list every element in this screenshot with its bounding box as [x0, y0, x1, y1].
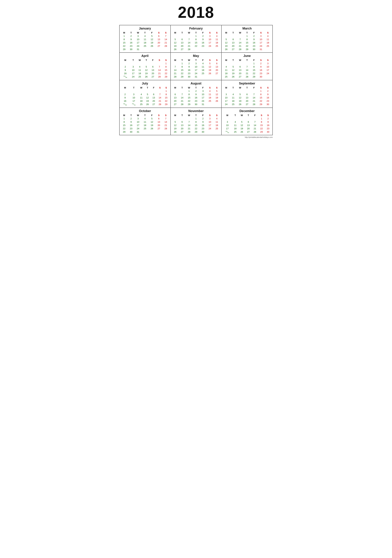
calendar-day: 20 [155, 41, 162, 44]
calendar-day: 24 [135, 44, 142, 48]
calendar-day: 2 [128, 34, 135, 38]
day-header: S [157, 86, 163, 89]
calendar-day: 5 [148, 117, 155, 120]
month-block-march: MarchMTWTFSS1234567891011121314151617181… [222, 25, 273, 53]
calendar-day: 15 [179, 69, 186, 72]
calendar-day: 1 [251, 62, 257, 65]
calendar-day: 16 [251, 41, 257, 44]
calendar-day: 27 [237, 75, 244, 78]
calendar-day: 15 [193, 41, 199, 44]
calendar-day: 4 [213, 34, 220, 38]
calendar-day: 19 [223, 44, 230, 48]
calendar-day: 22 [121, 44, 128, 48]
calendar-day: 23 [128, 127, 135, 130]
calendar-day: 10 [264, 65, 271, 69]
calendar-day: 27 [179, 130, 186, 133]
calendar-day [179, 89, 186, 93]
calendar-day: 23 [199, 127, 206, 130]
calendar-day: 29 [163, 75, 169, 78]
calendar-day: 7 [156, 65, 163, 69]
calendar-day: 8 [163, 93, 169, 96]
calendar-day: 6 [245, 120, 252, 123]
calendar-day: 8 [193, 38, 199, 41]
day-header: T [179, 86, 186, 89]
calendar-day: 4 [141, 117, 148, 120]
calendar-day: 14 [186, 41, 193, 44]
calendar-day: 10 [199, 93, 206, 96]
calendar-day: 13 [245, 123, 252, 127]
calendar-day: 19 [143, 72, 150, 75]
calendar-day [121, 89, 129, 93]
day-header: S [264, 59, 271, 62]
calendar-day [239, 117, 245, 120]
calendar-day [172, 34, 179, 38]
calendar-day: 18 [230, 99, 237, 103]
calendar-day: 25 [213, 127, 220, 130]
calendar-day: 26 [144, 103, 151, 106]
calendar-day: 5 [144, 93, 151, 96]
calendar-day: 18 [206, 96, 213, 99]
calendar-day: 5 [230, 65, 237, 69]
calendar-day [251, 89, 257, 93]
calendar-day: 18 [264, 41, 271, 44]
calendar-day: 14 [172, 69, 179, 72]
day-header: F [251, 86, 257, 89]
day-header: T [230, 31, 237, 34]
calendar-day: 29 [163, 103, 169, 106]
calendar-day: 9 [186, 65, 193, 69]
calendar-day: 14 [244, 69, 251, 72]
day-header: M [121, 114, 128, 117]
calendar-day: 30 [264, 103, 271, 106]
calendar-day: 19 [206, 69, 213, 72]
calendar-day [138, 89, 144, 93]
calendar-day: 11 [213, 120, 220, 123]
calendar-day: 8 [251, 65, 257, 69]
day-header: T [244, 31, 251, 34]
calendar-day: 8 [244, 38, 251, 41]
calendar-day [252, 117, 258, 120]
day-header: T [193, 86, 199, 89]
calendar-day: 20 [230, 44, 237, 48]
calendar-day: 13 [237, 69, 244, 72]
calendar-day: 1 [179, 62, 186, 65]
calendar-day [179, 117, 186, 120]
calendar-day: 24 [135, 127, 142, 130]
calendar-day: 28 [251, 103, 257, 106]
day-header: S [213, 86, 220, 89]
day-header: T [129, 86, 138, 89]
calendar-day: 30 [193, 103, 199, 106]
calendar-day [141, 130, 148, 133]
day-header: M [172, 86, 179, 89]
calendar-day: 9 [193, 93, 199, 96]
calendar-day: 20 [179, 127, 186, 130]
calendar-day: 5 [143, 65, 150, 69]
calendar-day: 20 [237, 72, 244, 75]
calendar-day: 27 [172, 103, 179, 106]
calendar-day: 26 [239, 130, 245, 134]
calendar-day: 19 [213, 96, 220, 99]
day-header: S [163, 59, 169, 62]
day-header: S [206, 31, 213, 34]
calendar-day: 5 [237, 93, 244, 96]
calendar-day: 2 [128, 117, 135, 120]
calendar-day: 10 [223, 96, 230, 99]
day-header: S [213, 31, 220, 34]
calendar-day: 24 [264, 72, 271, 75]
calendar-day [206, 75, 213, 78]
calendar-day: 15 [163, 69, 169, 72]
calendar-day: 15 [186, 96, 193, 99]
day-header: W [136, 59, 143, 62]
calendar-day: 5 [223, 38, 230, 41]
month-name: April [121, 53, 169, 59]
calendar-day: 11 [213, 38, 220, 41]
calendar-day: 25 [264, 44, 271, 48]
calendar-day [144, 89, 151, 93]
calendar-day: 14 [237, 41, 244, 44]
calendar-day: 12 [144, 96, 151, 99]
day-header: M [172, 59, 179, 62]
calendar-day: 14 [179, 96, 186, 99]
day-header: T [232, 114, 239, 117]
calendar-day [199, 75, 206, 78]
calendar-day: 1 [163, 89, 169, 93]
calendar-day [143, 62, 150, 65]
